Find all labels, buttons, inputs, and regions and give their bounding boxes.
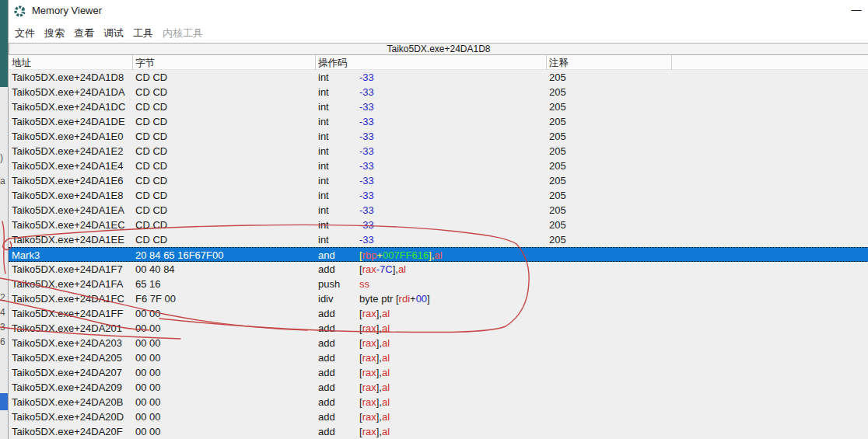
table-row[interactable]: Taiko5DX.exe+24DA20500 00add[rax],al: [9, 350, 868, 365]
column-separator[interactable]: [132, 55, 133, 70]
table-row[interactable]: Taiko5DX.exe+24DA1EACD CDint-33205: [9, 203, 868, 218]
operand-segment: rax: [362, 263, 376, 275]
table-row[interactable]: Taiko5DX.exe+24DA1E8CD CDint-33205: [9, 188, 868, 203]
table-row[interactable]: Taiko5DX.exe+24DA1DECD CDint-33205: [9, 114, 868, 129]
operand-segment: rax: [362, 308, 376, 319]
bytes-cell: CD CD: [135, 85, 167, 99]
table-row[interactable]: Taiko5DX.exe+24DA1E4CD CDint-33205: [9, 159, 868, 173]
address-cell: Taiko5DX.exe+24DA1D8: [12, 70, 124, 85]
table-row[interactable]: Taiko5DX.exe+24DA1D8CD CDint-33205: [9, 70, 868, 85]
comment-cell: 205: [549, 70, 566, 85]
table-row[interactable]: Taiko5DX.exe+24DA1FCF6 7F 00idivbyte ptr…: [9, 291, 868, 306]
operand-segment: -33: [359, 175, 374, 186]
mnemonic-cell: add: [318, 380, 335, 395]
column-separator[interactable]: [315, 55, 316, 70]
address-cell: Taiko5DX.exe+24DA1FF: [12, 306, 123, 321]
operand-segment: ],: [376, 382, 382, 393]
menu-debug[interactable]: 调试: [100, 25, 127, 42]
table-row[interactable]: Taiko5DX.exe+24DA1E2CD CDint-33205: [9, 144, 868, 159]
background-glyph-fragment: 2: [0, 292, 8, 303]
column-bytes[interactable]: 字节: [135, 57, 155, 70]
operand-segment: ],: [393, 263, 398, 275]
operand-segment: rax: [362, 426, 376, 437]
operand-cell: -33: [359, 114, 374, 129]
mnemonic-cell: int: [318, 70, 329, 85]
table-row[interactable]: Taiko5DX.exe+24DA20900 00add[rax],al: [9, 380, 868, 395]
address-cell: Taiko5DX.exe+24DA203: [12, 336, 122, 350]
operand-segment: ],: [376, 426, 382, 437]
menu-search[interactable]: 搜索: [41, 25, 68, 42]
mnemonic-cell: add: [318, 321, 335, 336]
operand-segment: rax: [362, 382, 376, 393]
operand-segment: 007FF616: [383, 249, 429, 261]
column-comment[interactable]: 注释: [549, 57, 569, 70]
table-row[interactable]: Taiko5DX.exe+24DA20D00 00add[rax],al: [9, 409, 868, 424]
column-separator[interactable]: [546, 55, 547, 70]
operand-segment: rax: [362, 411, 376, 423]
column-address[interactable]: 地址: [12, 57, 31, 70]
address-cell: Taiko5DX.exe+24DA1FA: [12, 277, 123, 291]
operand-segment: ],: [376, 337, 382, 349]
address-cell: Taiko5DX.exe+24DA207: [12, 365, 122, 380]
mnemonic-cell: add: [318, 365, 335, 380]
table-row[interactable]: Taiko5DX.exe+24DA20700 00add[rax],al: [9, 365, 868, 380]
address-cell: Mark3: [12, 248, 40, 263]
table-row[interactable]: Taiko5DX.exe+24DA1ECCD CDint-33205: [9, 218, 868, 232]
address-cell: Taiko5DX.exe+24DA20D: [12, 409, 124, 424]
operand-segment: rax: [362, 352, 376, 364]
table-row[interactable]: Taiko5DX.exe+24DA1FF00 00add[rax],al: [9, 306, 868, 321]
mnemonic-cell: int: [318, 232, 329, 247]
mnemonic-cell: int: [318, 218, 329, 232]
operand-segment: -33: [359, 71, 374, 83]
table-row[interactable]: Taiko5DX.exe+24DA20300 00add[rax],al: [9, 336, 868, 350]
table-row[interactable]: Taiko5DX.exe+24DA1DACD CDint-33205: [9, 85, 868, 99]
operand-segment: byte ptr [: [359, 293, 399, 305]
menu-file[interactable]: 文件: [12, 25, 38, 42]
menu-view[interactable]: 查看: [71, 25, 97, 42]
address-cell: Taiko5DX.exe+24DA20B: [12, 395, 123, 409]
bytes-cell: F6 7F 00: [135, 291, 176, 306]
mnemonic-cell: add: [318, 409, 335, 424]
mnemonic-cell: int: [318, 173, 329, 188]
table-row[interactable]: Taiko5DX.exe+24DA1F700 40 84add[rax-7C],…: [9, 262, 868, 277]
menu-kernel-tools[interactable]: 内核工具: [159, 25, 206, 42]
operand-cell: [rax],al: [359, 321, 390, 336]
address-cell: Taiko5DX.exe+24DA1EA: [12, 203, 124, 218]
table-row[interactable]: Taiko5DX.exe+24DA1DCCD CDint-33205: [9, 99, 868, 114]
address-cell: Taiko5DX.exe+24DA1DC: [12, 99, 125, 114]
operand-segment: ]: [427, 293, 430, 305]
address-cell: Taiko5DX.exe+24DA201: [12, 321, 122, 336]
operand-segment: al: [382, 322, 390, 334]
comment-cell: 205: [549, 85, 566, 99]
bytes-cell: 65 16: [135, 277, 161, 291]
table-row[interactable]: Taiko5DX.exe+24DA20100 00add[rax],al: [9, 321, 868, 336]
mnemonic-cell: int: [318, 129, 329, 144]
table-row[interactable]: Taiko5DX.exe+24DA1E0CD CDint-33205: [9, 129, 868, 144]
background-glyph-fragment: 4: [0, 307, 8, 318]
operand-segment: -33: [359, 131, 374, 142]
menu-tools[interactable]: 工具: [130, 25, 156, 42]
minimize-button[interactable]: —: [849, 3, 863, 17]
table-row[interactable]: Taiko5DX.exe+24DA20B00 00add[rax],al: [9, 395, 868, 409]
operand-segment: al: [382, 426, 390, 437]
bytes-cell: CD CD: [135, 129, 167, 144]
table-row[interactable]: Taiko5DX.exe+24DA1E6CD CDint-33205: [9, 173, 868, 188]
operand-cell: -33: [359, 173, 374, 188]
column-separator[interactable]: [671, 55, 672, 70]
comment-cell: 205: [549, 159, 566, 173]
comment-cell: 205: [549, 232, 566, 247]
column-opcode[interactable]: 操作码: [318, 57, 348, 70]
operand-segment: al: [382, 337, 390, 349]
mnemonic-cell: add: [318, 395, 335, 409]
bytes-cell: 00 00: [135, 306, 161, 321]
operand-cell: [rax],al: [359, 424, 390, 439]
table-row[interactable]: Taiko5DX.exe+24DA1FA65 16pushss: [9, 277, 868, 291]
bytes-cell: 00 00: [135, 365, 161, 380]
table-row[interactable]: Taiko5DX.exe+24DA20F00 00add[rax],al: [9, 424, 868, 439]
table-row-selected[interactable]: Mark320 84 65 16F67F00and[rbp+007FF616],…: [9, 247, 868, 262]
operand-cell: -33: [359, 85, 374, 99]
address-cell: Taiko5DX.exe+24DA1E2: [12, 144, 123, 159]
operand-segment: al: [382, 308, 390, 319]
table-row[interactable]: Taiko5DX.exe+24DA1EECD CDint-33205: [9, 232, 868, 247]
operand-cell: -33: [359, 144, 374, 159]
